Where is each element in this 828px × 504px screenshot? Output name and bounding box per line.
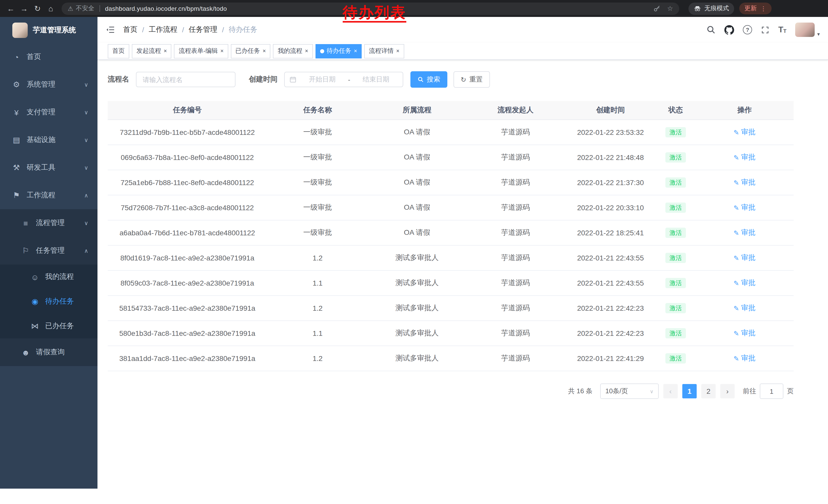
browser-menu-dots-icon[interactable]: ⋮ [760, 5, 767, 12]
browser-forward-icon[interactable]: → [17, 2, 31, 15]
sidebar-item-payment-management[interactable]: ¥ 支付管理 ∨ [0, 98, 97, 126]
next-page-button[interactable]: › [720, 384, 735, 398]
address-divider [99, 5, 100, 12]
update-label: 更新 [744, 4, 757, 13]
app-title: 芋道管理系统 [33, 26, 76, 35]
table-row: a6aba0a4-7b6d-11ec-b781-acde48001122 一级审… [108, 221, 794, 245]
tab-start-process[interactable]: 发起流程 × [132, 44, 172, 58]
page-button-1[interactable]: 1 [682, 384, 697, 398]
reset-button[interactable]: ↻ 重置 [454, 71, 490, 88]
update-button[interactable]: 更新 ⋮ [739, 3, 772, 14]
browser-home-icon[interactable]: ⌂ [44, 2, 57, 15]
breadcrumb-task-management[interactable]: 任务管理 [189, 25, 217, 34]
close-icon[interactable]: × [396, 48, 399, 54]
tab-todo-tasks[interactable]: 待办任务 × [316, 44, 362, 58]
incognito-label: 无痕模式 [704, 4, 729, 13]
approve-button[interactable]: ✎审批 [734, 354, 756, 363]
goto-unit-label: 页 [787, 386, 794, 396]
breadcrumb-home[interactable]: 首页 [123, 25, 137, 34]
edit-icon: ✎ [734, 279, 739, 287]
sidebar-item-todo-tasks[interactable]: ◉ 待办任务 [0, 289, 97, 314]
date-range-picker[interactable]: 开始日期 - 结束日期 [284, 72, 403, 87]
bookmark-star-icon[interactable]: ☆ [667, 5, 673, 12]
browser-back-icon[interactable]: ← [4, 2, 17, 15]
cell-created: 2022-01-21 22:43:55 [565, 254, 656, 262]
search-icon[interactable] [706, 25, 716, 34]
page-size-select[interactable]: 10条/页 ∨ [600, 383, 659, 399]
approve-button[interactable]: ✎审批 [734, 203, 756, 212]
approve-button[interactable]: ✎审批 [734, 153, 756, 162]
tab-my-processes[interactable]: 我的流程 × [273, 44, 313, 58]
tab-process-detail[interactable]: 流程详情 × [364, 44, 404, 58]
tab-home[interactable]: 首页 [108, 44, 129, 58]
tab-process-form-edit[interactable]: 流程表单-编辑 × [174, 44, 228, 58]
close-icon[interactable]: × [305, 48, 308, 54]
breadcrumb-workflow[interactable]: 工作流程 [149, 25, 177, 34]
url-text[interactable]: dashboard.yudao.iocoder.cn/bpm/task/todo [105, 5, 227, 12]
sidebar-item-leave-query[interactable]: ☻ 请假查询 [0, 338, 97, 366]
sidebar-item-home[interactable]: ◔ 首页 [0, 43, 97, 71]
close-icon[interactable]: × [220, 48, 224, 54]
cell-created: 2022-01-21 22:42:23 [565, 304, 656, 312]
sidebar-item-done-tasks[interactable]: ⋈ 已办任务 [0, 314, 97, 338]
filter-bar: 流程名 创建时间 开始日期 - 结束日期 [108, 71, 828, 88]
briefcase-icon: ⚑ [11, 191, 22, 200]
chat-user-icon: ☺ [30, 273, 40, 281]
goto-label: 前往 [743, 386, 756, 396]
status-badge: 激活 [665, 253, 686, 263]
edit-icon: ✎ [734, 204, 739, 212]
sidebar-item-my-processes[interactable]: ☺ 我的流程 [0, 265, 97, 289]
start-date-placeholder[interactable]: 开始日期 [300, 75, 344, 84]
app-logo[interactable]: 芋道管理系统 [0, 17, 97, 43]
font-size-icon[interactable]: TT [778, 26, 786, 34]
fullscreen-icon[interactable] [761, 26, 770, 34]
sidebar-item-process-management[interactable]: ≡ 流程管理 ∨ [0, 209, 97, 237]
github-icon[interactable] [724, 25, 734, 35]
cell-task-name: 1.2 [267, 304, 368, 312]
close-icon[interactable]: × [164, 48, 167, 54]
sidebar-item-workflow[interactable]: ⚑ 工作流程 ∧ [0, 182, 97, 209]
browser-reload-icon[interactable]: ↻ [31, 2, 44, 15]
close-icon[interactable]: × [263, 48, 266, 54]
user-avatar[interactable]: ▾ [795, 22, 820, 37]
tags-view-bar: 首页 发起流程 × 流程表单-编辑 × 已办任务 × 我的流程 × [97, 43, 828, 60]
cell-process: 测试多审批人 [368, 329, 466, 338]
process-name-input[interactable] [136, 72, 236, 87]
flag-icon: ⚐ [20, 246, 31, 255]
cell-process: OA 请假 [368, 203, 466, 212]
approve-button[interactable]: ✎审批 [734, 253, 756, 263]
prev-page-button[interactable]: ‹ [663, 384, 678, 398]
table-row: 75d72608-7b7f-11ec-a3c8-acde48001122 一级审… [108, 195, 794, 221]
browser-chrome: ← → ↻ ⌂ ⚠ 不安全 dashboard.yudao.iocoder.cn… [0, 0, 828, 17]
sidebar-collapse-icon[interactable] [106, 25, 115, 34]
cell-task-id: 75d72608-7b7f-11ec-a3c8-acde48001122 [108, 203, 267, 212]
sidebar-item-system-management[interactable]: ⚙ 系统管理 ∨ [0, 71, 97, 98]
security-chip[interactable]: ⚠ 不安全 [68, 4, 94, 13]
tab-done-tasks[interactable]: 已办任务 × [231, 44, 271, 58]
approve-button[interactable]: ✎审批 [734, 304, 756, 313]
sidebar-item-infrastructure[interactable]: ▤ 基础设施 ∨ [0, 126, 97, 154]
sidebar-item-dev-tools[interactable]: ⚒ 研发工具 ∨ [0, 154, 97, 182]
approve-button[interactable]: ✎审批 [734, 228, 756, 237]
end-date-placeholder[interactable]: 结束日期 [354, 75, 398, 84]
col-initiator: 流程发起人 [466, 106, 565, 115]
cell-task-name: 1.1 [267, 329, 368, 337]
goto-page-input[interactable] [760, 383, 783, 399]
sidebar-item-label: 基础设施 [27, 135, 55, 145]
page-button-2[interactable]: 2 [701, 384, 716, 398]
cell-task-name: 1.1 [267, 279, 368, 287]
gear-icon: ⚙ [11, 80, 22, 89]
edit-icon: ✎ [734, 179, 739, 186]
sidebar-item-task-management[interactable]: ⚐ 任务管理 ∧ [0, 237, 97, 265]
annotation-todo-list: 待办列表 [343, 4, 406, 23]
approve-button[interactable]: ✎审批 [734, 128, 756, 137]
approve-button[interactable]: ✎审批 [734, 329, 756, 338]
approve-button[interactable]: ✎审批 [734, 278, 756, 288]
key-icon[interactable] [653, 5, 661, 12]
incognito-icon [694, 5, 701, 12]
close-icon[interactable]: × [354, 48, 357, 54]
cell-process: 测试多审批人 [368, 278, 466, 288]
approve-button[interactable]: ✎审批 [734, 178, 756, 187]
search-button[interactable]: 搜索 [410, 71, 447, 88]
help-icon[interactable]: ? [743, 25, 752, 34]
